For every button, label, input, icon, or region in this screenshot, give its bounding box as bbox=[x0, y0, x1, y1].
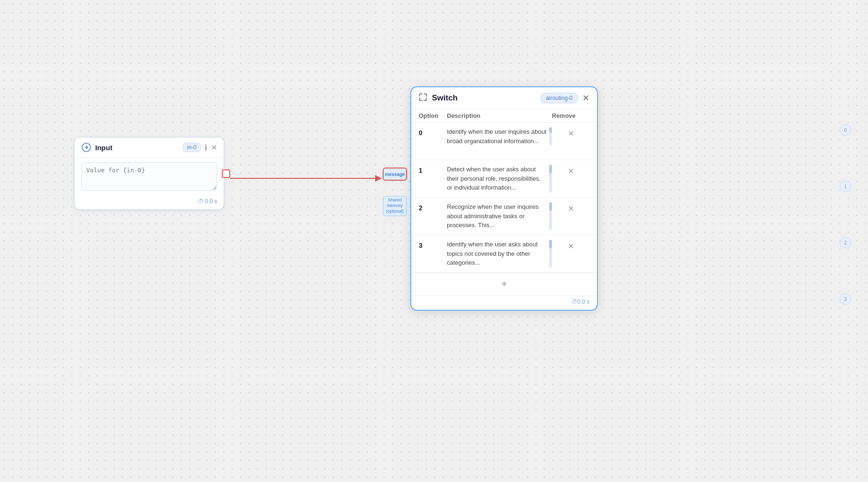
remove-button-3[interactable]: ✕ bbox=[568, 242, 574, 251]
option-description-1: Detect when the user asks about their pe… bbox=[447, 165, 552, 192]
option-number-1: 1 bbox=[419, 165, 447, 174]
right-port-1: 1 bbox=[840, 181, 851, 192]
input-timing: 0.0 s bbox=[205, 198, 217, 205]
option-description-3: Identify when the user asks about topics… bbox=[447, 240, 552, 268]
memory-port-label: Shared Memory (optional) bbox=[385, 198, 405, 214]
option-remove-3: ✕ bbox=[552, 240, 589, 251]
scrollbar-2[interactable] bbox=[549, 202, 552, 230]
switch-clock-icon: ⏱ bbox=[572, 298, 577, 305]
option-desc-wrapper-0: Identify when the user inquires about br… bbox=[447, 127, 552, 145]
table-row: 0 Identify when the user inquires about … bbox=[411, 122, 597, 160]
right-port-circle-2[interactable]: 2 bbox=[840, 237, 851, 248]
switch-timing: 0.0 s bbox=[577, 298, 589, 305]
option-number-3: 3 bbox=[419, 240, 447, 249]
message-port-label: message bbox=[385, 172, 405, 177]
arrow-connector bbox=[230, 171, 389, 185]
add-option-row[interactable]: + bbox=[411, 273, 597, 295]
message-port-wrapper: message bbox=[383, 168, 407, 181]
option-description-2: Recognize when the user inquires about a… bbox=[447, 202, 552, 230]
table-row: 3 Identify when the user asks about topi… bbox=[411, 235, 597, 273]
option-number-2: 2 bbox=[419, 202, 447, 212]
option-description-0: Identify when the user inquires about br… bbox=[447, 127, 552, 145]
option-desc-wrapper-3: Identify when the user asks about topics… bbox=[447, 240, 552, 268]
switch-options-list: 0 Identify when the user inquires about … bbox=[411, 122, 597, 273]
input-node-title: Input bbox=[95, 144, 179, 152]
option-desc-wrapper-2: Recognize when the user inquires about a… bbox=[447, 202, 552, 230]
right-port-2: 2 bbox=[840, 237, 851, 248]
option-remove-2: ✕ bbox=[552, 202, 589, 213]
message-port[interactable]: message bbox=[383, 168, 407, 181]
add-option-icon: + bbox=[501, 279, 507, 290]
remove-button-0[interactable]: ✕ bbox=[568, 129, 574, 138]
switch-badge: airouting-0 bbox=[541, 93, 578, 103]
table-row: 1 Detect when the user asks about their … bbox=[411, 160, 597, 198]
input-node-body bbox=[75, 158, 224, 196]
option-remove-1: ✕ bbox=[552, 165, 589, 176]
input-node: Input in-0 ℹ ✕ ⏱ 0.0 s bbox=[74, 137, 224, 210]
input-close-icon[interactable]: ✕ bbox=[211, 143, 217, 152]
scrollbar-3[interactable] bbox=[549, 240, 552, 268]
info-icon[interactable]: ℹ bbox=[204, 143, 207, 152]
input-node-badge: in-0 bbox=[183, 143, 201, 152]
switch-title: Switch bbox=[432, 93, 536, 103]
option-desc-wrapper-1: Detect when the user asks about their pe… bbox=[447, 165, 552, 192]
right-port-circle-3[interactable]: 3 bbox=[840, 293, 851, 305]
switch-input-ports: message Shared Memory (optional) bbox=[383, 168, 407, 216]
switch-footer: ⏱ 0.0 s bbox=[411, 295, 597, 310]
option-remove-0: ✕ bbox=[552, 127, 589, 138]
right-port-circle-0[interactable]: 0 bbox=[840, 124, 851, 136]
memory-port[interactable]: Shared Memory (optional) bbox=[383, 196, 407, 216]
switch-close-icon[interactable]: ✕ bbox=[582, 93, 589, 103]
input-arrow-icon bbox=[81, 142, 91, 153]
col-description-header: Description bbox=[447, 112, 552, 119]
scrollbar-1[interactable] bbox=[549, 165, 552, 192]
input-node-header: Input in-0 ℹ ✕ bbox=[75, 138, 224, 158]
expand-icon[interactable] bbox=[419, 93, 427, 103]
switch-panel: Switch airouting-0 ✕ Option Description … bbox=[410, 86, 598, 311]
remove-button-2[interactable]: ✕ bbox=[568, 204, 574, 213]
scrollbar-0[interactable] bbox=[549, 127, 552, 145]
col-option-header: Option bbox=[419, 112, 447, 119]
svg-marker-2 bbox=[375, 175, 382, 182]
remove-button-1[interactable]: ✕ bbox=[568, 167, 574, 176]
input-node-footer: ⏱ 0.0 s bbox=[75, 196, 224, 209]
input-textarea[interactable] bbox=[81, 162, 217, 191]
memory-port-wrapper: Shared Memory (optional) bbox=[383, 196, 407, 216]
switch-table-header: Option Description Remove bbox=[411, 109, 597, 122]
option-number-0: 0 bbox=[419, 127, 447, 137]
right-port-3: 3 bbox=[840, 293, 851, 305]
right-output-ports: 0 1 2 3 bbox=[840, 124, 851, 305]
clock-icon: ⏱ bbox=[198, 198, 204, 205]
table-row: 2 Recognize when the user inquires about… bbox=[411, 198, 597, 235]
col-remove-header: Remove bbox=[552, 112, 589, 119]
input-output-port[interactable] bbox=[222, 169, 230, 178]
right-port-0: 0 bbox=[840, 124, 851, 136]
switch-header: Switch airouting-0 ✕ bbox=[411, 87, 597, 109]
right-port-circle-1[interactable]: 1 bbox=[840, 181, 851, 192]
